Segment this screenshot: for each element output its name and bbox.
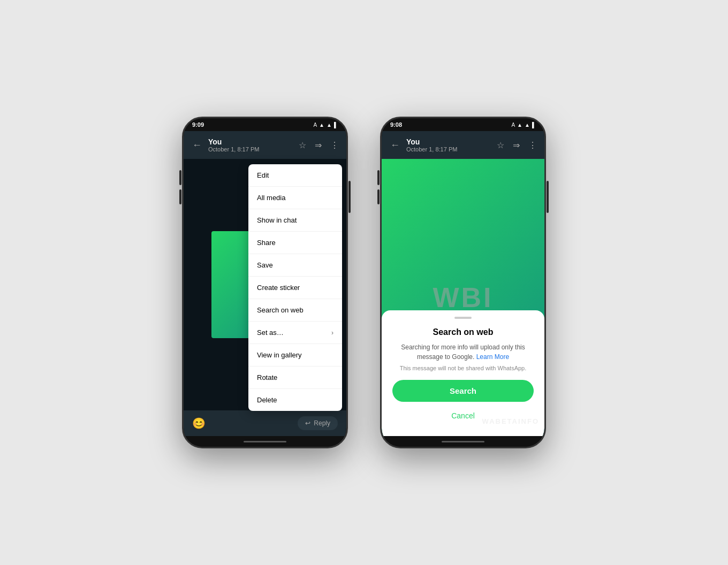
menu-item-set-as[interactable]: Set as… ›	[248, 322, 342, 344]
phone-screen-left: 9:09 A ▲ ▲ ▌ ← You October 1, 8:17 PM ☆ …	[184, 118, 346, 447]
menu-item-share[interactable]: Share	[248, 232, 342, 254]
phone-screen-right: 9:08 A ▲ ▲ ▌ ← You October 1, 8:17 PM ☆ …	[382, 118, 544, 447]
chat-area-left: ꓤ WABETAINFO Edit All media Show in chat	[184, 159, 346, 410]
phone-frame-right: 9:08 A ▲ ▲ ▌ ← You October 1, 8:17 PM ☆ …	[380, 117, 546, 448]
battery-icon: ▌	[334, 122, 338, 128]
volume-buttons	[179, 170, 181, 204]
sheet-title: Search on web	[392, 327, 534, 337]
battery-icon-right: ▌	[532, 122, 536, 128]
notification-icon: A	[313, 122, 317, 128]
header-actions-left: ☆ ⇒ ⋮	[295, 137, 342, 154]
more-icon-right[interactable]: ⋮	[525, 137, 540, 154]
status-icons-left: A ▲ ▲ ▌	[313, 122, 338, 128]
forward-icon-right[interactable]: ⇒	[510, 137, 523, 154]
menu-item-create-sticker[interactable]: Create sticker	[248, 277, 342, 299]
more-icon-left[interactable]: ⋮	[327, 137, 342, 154]
sheet-note: This message will not be shared with Wha…	[392, 365, 534, 371]
phone-right: 9:08 A ▲ ▲ ▌ ← You October 1, 8:17 PM ☆ …	[380, 117, 546, 448]
menu-item-rotate[interactable]: Rotate	[248, 367, 342, 389]
app-header-left: ← You October 1, 8:17 PM ☆ ⇒ ⋮	[184, 131, 346, 159]
reply-icon: ↩	[305, 419, 310, 427]
reply-label: Reply	[314, 419, 330, 427]
status-bar-left: 9:09 A ▲ ▲ ▌	[184, 118, 346, 131]
sheet-handle	[454, 317, 472, 319]
notification-icon-right: A	[511, 122, 515, 128]
phone-left: 9:09 A ▲ ▲ ▌ ← You October 1, 8:17 PM ☆ …	[182, 117, 348, 448]
learn-more-link[interactable]: Learn More	[476, 353, 509, 361]
contact-date-left: October 1, 8:17 PM	[208, 146, 295, 152]
status-time-right: 9:08	[390, 121, 402, 128]
status-time-left: 9:09	[192, 121, 204, 128]
phone-frame-left: 9:09 A ▲ ▲ ▌ ← You October 1, 8:17 PM ☆ …	[182, 117, 348, 448]
context-menu: Edit All media Show in chat Share Save	[248, 164, 342, 411]
header-actions-right: ☆ ⇒ ⋮	[494, 137, 540, 154]
wbi-text-right: WBI	[433, 281, 493, 314]
menu-item-show-in-chat[interactable]: Show in chat	[248, 209, 342, 232]
home-indicator-right	[382, 436, 544, 447]
home-bar-right	[442, 441, 484, 442]
chat-area-right: WBI WABETAINFO Search on web Searching f…	[382, 159, 544, 436]
status-bar-right: 9:08 A ▲ ▲ ▌	[382, 118, 544, 131]
contact-date-right: October 1, 8:17 PM	[406, 146, 494, 152]
signal-icon-right: ▲	[525, 122, 530, 128]
sheet-description: Searching for more info will upload only…	[392, 342, 534, 362]
menu-item-delete[interactable]: Delete	[248, 389, 342, 411]
reply-button[interactable]: ↩ Reply	[298, 416, 338, 430]
power-button-right	[547, 181, 549, 213]
star-icon-left[interactable]: ☆	[295, 137, 309, 154]
menu-item-save[interactable]: Save	[248, 254, 342, 277]
back-button-left[interactable]: ←	[188, 135, 206, 155]
bottom-sheet: Search on web Searching for more info wi…	[382, 310, 544, 436]
menu-item-search-on-web[interactable]: Search on web	[248, 299, 342, 322]
power-button	[348, 181, 351, 213]
wifi-icon-right: ▲	[517, 122, 522, 128]
status-icons-right: A ▲ ▲ ▌	[511, 122, 536, 128]
back-button-right[interactable]: ←	[386, 135, 404, 155]
menu-item-edit[interactable]: Edit	[248, 164, 342, 187]
emoji-button[interactable]: 😊	[192, 417, 206, 430]
header-info-left: You October 1, 8:17 PM	[208, 138, 295, 152]
star-icon-right[interactable]: ☆	[494, 137, 507, 154]
cancel-button[interactable]: Cancel	[392, 406, 534, 425]
volume-buttons-right	[377, 170, 380, 204]
menu-item-all-media[interactable]: All media	[248, 187, 342, 209]
app-header-right: ← You October 1, 8:17 PM ☆ ⇒ ⋮	[382, 131, 544, 159]
header-info-right: You October 1, 8:17 PM	[406, 138, 494, 152]
home-bar-left	[244, 441, 286, 442]
signal-icon: ▲	[327, 122, 332, 128]
wifi-icon: ▲	[319, 122, 324, 128]
menu-item-view-gallery[interactable]: View in gallery	[248, 344, 342, 367]
contact-name-left: You	[208, 138, 295, 146]
contact-name-right: You	[406, 138, 494, 146]
set-as-arrow: ›	[331, 329, 333, 337]
bottom-bar-left: 😊 ↩ Reply	[184, 410, 346, 436]
forward-icon-left[interactable]: ⇒	[312, 137, 325, 154]
home-indicator-left	[184, 436, 346, 447]
search-button[interactable]: Search	[392, 380, 534, 402]
